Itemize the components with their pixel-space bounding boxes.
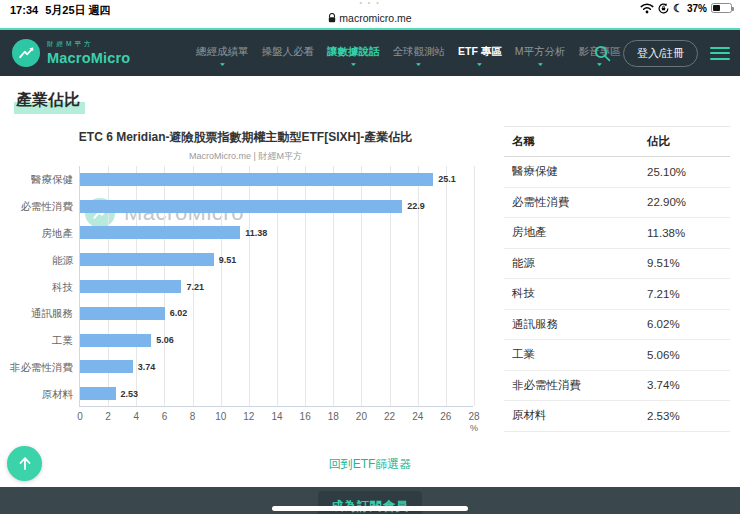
table-row: 房地產11.38% [504, 218, 730, 249]
table-cell-name: 醫療保健 [504, 164, 647, 179]
x-tick-label: 12 [243, 411, 254, 422]
nav-item[interactable]: 操盤人必看▼ [262, 39, 315, 67]
category-label: 原材料 [5, 388, 73, 402]
table-row: 科技7.21% [504, 279, 730, 310]
chart-bar[interactable] [80, 307, 165, 320]
nav-item[interactable]: M平方分析▼ [515, 39, 566, 67]
chart-bar[interactable] [80, 280, 181, 293]
scroll-to-top-button[interactable] [7, 446, 42, 481]
chevron-down-icon: ▼ [415, 61, 423, 67]
tab-dots: • • • [0, 0, 740, 6]
table-row: 通訊服務6.02% [504, 310, 730, 341]
nav-item-label: 操盤人必看 [262, 45, 315, 59]
home-indicator[interactable] [272, 506, 468, 511]
nav-item[interactable]: ETF 專區▼ [458, 39, 502, 67]
chart-subtitle: MacroMicro.me | 財經M平方 [10, 150, 481, 163]
table-cell-name: 非必需性消費 [504, 378, 647, 393]
chevron-down-icon: ▼ [218, 61, 226, 67]
macromicro-logo-icon [12, 39, 40, 67]
table-cell-pct: 9.51% [647, 257, 730, 269]
table-row: 原材料2.53% [504, 401, 730, 432]
chart-bar[interactable] [80, 334, 151, 347]
x-tick-label: 0 [77, 411, 83, 422]
bar-value-label: 6.02 [170, 308, 188, 318]
gridline [474, 166, 475, 406]
chevron-down-icon: ▼ [349, 61, 357, 67]
nav-item-label: 全球觀測站 [393, 45, 446, 59]
plot-area: 0246810121416182022242628%醫療保健25.1必需性消費2… [79, 166, 473, 407]
category-label: 房地產 [5, 227, 73, 241]
table-cell-pct: 22.90% [647, 196, 730, 208]
category-label: 能源 [5, 254, 73, 268]
category-label: 科技 [5, 281, 73, 295]
page-title: 產業佔比 [14, 90, 85, 114]
brand-name: MacroMicro [47, 50, 130, 66]
table-cell-pct: 2.53% [647, 410, 730, 422]
nav-items: 總經成績單▼操盤人必看▼讓數據說話▼全球觀測站▼ETF 專區▼M平方分析▼影音專… [196, 30, 621, 76]
address-url: macromicro.me [339, 12, 411, 24]
x-tick-label: 4 [134, 411, 140, 422]
x-tick-label: 18 [328, 411, 339, 422]
chart-title: ETC 6 Meridian-避險股票指數期權主動型ETF[SIXH]-產業佔比 [10, 129, 481, 146]
login-button[interactable]: 登入/註冊 [623, 40, 698, 67]
brand-logo[interactable]: 財經M平方 MacroMicro [12, 39, 130, 67]
sector-chart: ETC 6 Meridian-避險股票指數期權主動型ETF[SIXH]-產業佔比… [10, 126, 481, 438]
nav-item[interactable]: 讓數據說話▼ [327, 39, 380, 67]
bar-value-label: 2.53 [121, 389, 139, 399]
table-body: 醫療保健25.10%必需性消費22.90%房地產11.38%能源9.51%科技7… [504, 157, 730, 432]
table-cell-pct: 7.21% [647, 288, 730, 300]
table-header-name: 名稱 [504, 134, 647, 149]
chevron-down-icon: ▼ [536, 61, 544, 67]
category-label: 工業 [5, 334, 73, 348]
sector-table: 名稱 佔比 醫療保健25.10%必需性消費22.90%房地產11.38%能源9.… [504, 126, 730, 432]
chart-bar[interactable] [80, 387, 116, 400]
moon-icon: ☾ [673, 3, 683, 13]
nav-item-label: 讓數據說話 [327, 45, 380, 59]
table-cell-pct: 6.02% [647, 318, 730, 330]
chart-bar[interactable] [80, 173, 433, 186]
nav-item[interactable]: 總經成績單▼ [196, 39, 249, 67]
screen: 17:345月25日 週四 • • • macromicro.me ☾ 37% … [0, 0, 740, 514]
bar-value-label: 22.9 [407, 201, 425, 211]
table-row: 醫療保健25.10% [504, 157, 730, 188]
lock-icon [328, 13, 336, 23]
menu-icon[interactable] [710, 47, 730, 60]
nav-right: 登入/註冊 [594, 30, 730, 76]
nav-item-label: M平方分析 [515, 45, 566, 59]
nav-item[interactable]: 全球觀測站▼ [393, 39, 446, 67]
table-cell-name: 科技 [504, 286, 647, 301]
table-cell-name: 原材料 [504, 408, 647, 423]
table-cell-pct: 3.74% [647, 379, 730, 391]
wifi-icon [640, 3, 654, 14]
table-cell-pct: 5.06% [647, 349, 730, 361]
brand-tagline: 財經M平方 [47, 40, 130, 49]
chart-bar[interactable] [80, 200, 402, 213]
x-tick-label: 14 [271, 411, 282, 422]
category-label: 醫療保健 [5, 173, 73, 187]
bar-value-label: 7.21 [186, 282, 204, 292]
bar-value-label: 25.1 [438, 174, 456, 184]
bar-value-label: 11.38 [245, 228, 267, 238]
nav-item-label: 總經成績單 [196, 45, 249, 59]
x-tick-label: 22 [384, 411, 395, 422]
brand-text: 財經M平方 MacroMicro [47, 40, 130, 66]
back-to-etf-screener-link[interactable]: 回到ETF篩選器 [0, 456, 740, 473]
x-tick-label: 26 [440, 411, 451, 422]
x-tick-label: 16 [300, 411, 311, 422]
category-label: 必需性消費 [5, 200, 73, 214]
chart-bar[interactable] [80, 226, 240, 239]
x-tick-label: 2 [105, 411, 111, 422]
status-icons: ☾ 37% [640, 2, 732, 14]
main-nav: 財經M平方 MacroMicro 總經成績單▼操盤人必看▼讓數據說話▼全球觀測站… [0, 28, 740, 76]
chart-bar[interactable] [80, 253, 214, 266]
chart-bar[interactable] [80, 360, 133, 373]
table-cell-name: 能源 [504, 256, 647, 271]
table-row: 非必需性消費3.74% [504, 371, 730, 402]
table-row: 能源9.51% [504, 249, 730, 280]
search-icon[interactable] [594, 45, 611, 62]
table-cell-name: 房地產 [504, 225, 647, 240]
bar-value-label: 9.51 [219, 255, 237, 265]
battery-percent: 37% [687, 3, 707, 14]
x-tick-label: 6 [162, 411, 168, 422]
address-bar[interactable]: macromicro.me [0, 12, 740, 24]
